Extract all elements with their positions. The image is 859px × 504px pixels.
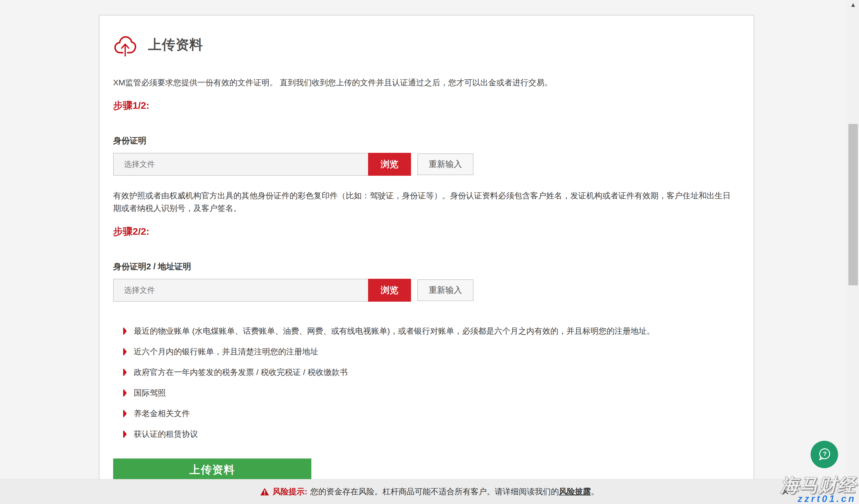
step2-browse-button[interactable]: 浏览 [368,279,411,302]
list-item-text: 政府官方在一年内签发的税务发票 / 税收完税证 / 税收缴款书 [134,367,348,378]
list-item: 最近的物业账单 (水电煤账单、话费账单、油费、网费、或有线电视账单)，或者银行对… [113,326,736,336]
bullet-arrow-icon [122,430,127,439]
list-item-text: 近六个月内的银行账单，并且清楚注明您的注册地址 [134,346,318,357]
bullet-arrow-icon [122,327,127,335]
list-item-text: 最近的物业账单 (水电煤账单、话费账单、油费、网费、或有线电视账单)，或者银行对… [134,326,654,336]
step1-browse-button[interactable]: 浏览 [368,153,411,176]
step1-reset-button[interactable]: 重新输入 [417,153,473,175]
list-item: 近六个月内的银行账单，并且清楚注明您的注册地址 [113,346,736,357]
risk-warning-text: 您的资金存在风险。杠杆商品可能不适合所有客户。请详细阅读我们的 [310,486,559,497]
warning-icon [260,488,269,496]
page-title: 上传资料 [148,36,203,54]
step2-heading: 步骤2/2: [113,225,736,238]
svg-text:?: ? [823,450,827,457]
help-chat-icon: ? [815,446,833,463]
page: 上传资料 XM监管必须要求您提供一份有效的文件证明。 直到我们收到您上传的文件并… [0,0,859,504]
list-item: 国际驾照 [113,388,736,398]
intro-text: XM监管必须要求您提供一份有效的文件证明。 直到我们收到您上传的文件并且认证通过… [113,77,736,89]
upload-documents-button[interactable]: 上传资料 [113,458,311,481]
step1-field-label: 身份证明 [113,135,736,146]
bullet-arrow-icon [122,409,127,418]
list-item-text: 获认证的租赁协议 [134,429,198,440]
card-header: 上传资料 [113,31,736,58]
risk-disclosure-link[interactable]: 风险披露 [559,486,591,497]
step1-description: 有效护照或者由权威机构官方出具的其他身份证件的彩色复印件（比如：驾驶证，身份证等… [113,189,736,215]
list-item-text: 国际驾照 [134,388,166,398]
risk-warning-text-end: 。 [591,486,599,497]
bullet-arrow-icon [122,368,127,377]
bullet-arrow-icon [122,389,127,397]
bullet-arrow-icon [122,347,127,356]
scrollbar-track[interactable]: ▲ [847,0,859,504]
step1-file-input[interactable] [113,153,368,176]
step2-file-input[interactable] [113,279,368,302]
risk-warning-label: 风险提示: [273,486,307,497]
risk-warning-bar: 风险提示: 您的资金存在风险。杠杆商品可能不适合所有客户。请详细阅读我们的 风险… [0,479,859,504]
close-icon[interactable]: × [782,486,789,498]
help-chat-button[interactable]: ? [811,441,838,468]
scrollbar-thumb[interactable] [848,124,858,285]
step1-upload-row: 浏览 重新输入 [113,153,736,176]
scroll-up-arrow-icon[interactable]: ▲ [847,1,859,9]
list-item-text: 养老金相关文件 [134,408,190,419]
step2-field-label: 身份证明2 / 地址证明 [113,261,736,272]
step2-upload-row: 浏览 重新输入 [113,279,736,302]
accepted-documents-list: 最近的物业账单 (水电煤账单、话费账单、油费、网费、或有线电视账单)，或者银行对… [113,326,736,440]
list-item: 养老金相关文件 [113,408,736,419]
step1-heading: 步骤1/2: [113,99,736,112]
upload-documents-card: 上传资料 XM监管必须要求您提供一份有效的文件证明。 直到我们收到您上传的文件并… [99,15,754,504]
step2-reset-button[interactable]: 重新输入 [417,279,473,301]
cloud-upload-icon [113,31,137,58]
list-item: 政府官方在一年内签发的税务发票 / 税收完税证 / 税收缴款书 [113,367,736,378]
list-item: 获认证的租赁协议 [113,429,736,440]
